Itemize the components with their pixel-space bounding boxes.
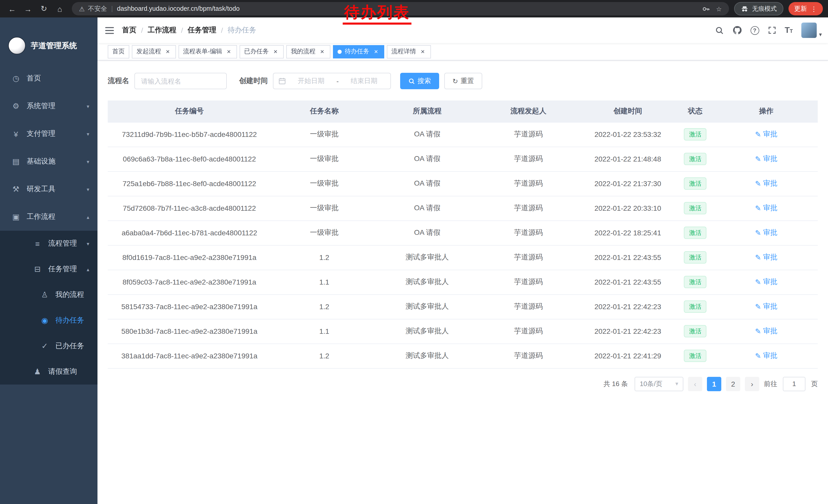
sidebar-fold-icon[interactable] [105,26,115,35]
chevron-down-icon: ▾ [675,380,678,387]
tab-label: 已办任务 [244,47,269,56]
approve-button[interactable]: ✎审批 [755,253,778,262]
home-icon[interactable]: ⌂ [53,2,67,16]
omnibox-divider: | [111,5,113,12]
cell-starter: 芋道源码 [477,319,580,343]
url-text: dashboard.yudao.iocoder.cn/bpm/task/todo [117,5,240,12]
browser-menu-icon[interactable]: ⋮ [811,5,817,12]
breadcrumb-task-management[interactable]: 任务管理 [188,26,216,35]
avatar[interactable] [801,22,817,38]
sidebar-item-dev-tools[interactable]: ⚒ 研发工具 ▾ [0,175,97,203]
cell-task-name: 1.1 [271,319,378,343]
not-secure-badge[interactable]: ⚠ 不安全 [79,4,107,13]
help-icon[interactable]: ? [750,26,759,35]
start-date-field[interactable]: 开始日期 [290,77,332,86]
approve-button[interactable]: ✎审批 [755,302,778,311]
sidebar-item-task-management[interactable]: ⊟ 任务管理 ▴ [0,256,97,282]
sidebar-item-my-process[interactable]: ♙ 我的流程 [0,282,97,308]
close-icon[interactable]: × [419,48,426,55]
cell-create-time: 2022-01-22 20:33:10 [580,196,676,221]
goto-page-input[interactable] [783,377,805,391]
page-1-button[interactable]: 1 [707,377,721,391]
chevron-down-icon: ▾ [87,131,89,137]
tab-done-tasks[interactable]: 已办任务 × [240,45,284,58]
tab-todo-tasks[interactable]: 待办任务 × [333,45,384,58]
list-icon: ≡ [33,239,42,248]
browser-update-button[interactable]: 更新 ⋮ [788,2,823,15]
col-task-name: 任务名称 [271,100,378,122]
process-name-input[interactable] [134,73,227,89]
end-date-field[interactable]: 结束日期 [343,77,385,86]
cell-task-name: 1.2 [271,343,378,368]
page-size-value: 10条/页 [640,379,662,388]
col-status: 状态 [676,100,715,122]
password-key-icon[interactable] [702,5,710,12]
breadcrumb-separator: / [221,26,223,34]
cell-status: 激活 [676,147,715,171]
goto-label: 前往 [764,379,777,388]
search-button[interactable]: 搜索 [400,73,439,89]
status-badge: 激活 [684,251,706,264]
sidebar-item-infrastructure[interactable]: ▤ 基础设施 ▾ [0,148,97,175]
sidebar-item-home[interactable]: ◷ 首页 [0,64,97,92]
approve-button[interactable]: ✎审批 [755,179,778,188]
date-range-picker[interactable]: 开始日期 - 结束日期 [273,73,391,89]
approve-button[interactable]: ✎审批 [755,277,778,287]
approve-button[interactable]: ✎审批 [755,154,778,164]
page-2-button[interactable]: 2 [726,377,740,391]
cell-actions: ✎审批 [715,245,818,270]
breadcrumb-home[interactable]: 首页 [122,26,136,35]
sidebar-item-done-tasks[interactable]: ✓ 已办任务 [0,333,97,359]
sidebar-item-label: 首页 [27,74,41,83]
tab-form-edit[interactable]: 流程表单-编辑 × [178,45,237,58]
approve-button[interactable]: ✎审批 [755,228,778,237]
cell-process: OA 请假 [378,221,477,245]
status-badge: 激活 [684,153,706,165]
tags-view: 首页 发起流程 × 流程表单-编辑 × 已办任务 × 我的流程 × [97,43,828,60]
close-icon[interactable]: × [272,48,279,55]
sidebar-item-leave-query[interactable]: ♟ 请假查询 [0,359,97,384]
fullscreen-icon[interactable] [768,26,776,34]
font-size-icon[interactable]: TT [785,26,793,35]
breadcrumb-workflow[interactable]: 工作流程 [148,26,176,35]
next-page-button[interactable]: › [745,377,759,391]
cell-actions: ✎审批 [715,343,818,368]
search-icon[interactable] [715,26,723,35]
approve-button[interactable]: ✎审批 [755,351,778,360]
forward-icon[interactable]: → [21,2,35,16]
sidebar-item-label: 请假查询 [48,367,77,376]
tab-start-process[interactable]: 发起流程 × [132,45,176,58]
sidebar-item-todo-tasks[interactable]: ◉ 待办任务 [0,308,97,333]
sidebar-item-workflow[interactable]: ▣ 工作流程 ▴ [0,203,97,231]
bookmark-star-icon[interactable]: ☆ [716,5,722,12]
range-separator: - [336,77,339,85]
tab-my-process[interactable]: 我的流程 × [286,45,330,58]
reload-icon[interactable]: ↻ [37,2,51,16]
approve-button[interactable]: ✎审批 [755,203,778,213]
cell-actions: ✎审批 [715,171,818,196]
tab-home[interactable]: 首页 [108,45,129,58]
cell-create-time: 2022-01-21 22:42:23 [580,319,676,343]
cell-task-name: 1.2 [271,294,378,319]
prev-page-button[interactable]: ‹ [688,377,702,391]
page-size-select[interactable]: 10条/页 ▾ [634,377,683,391]
close-icon[interactable]: × [372,48,380,55]
tab-process-detail[interactable]: 流程详情 × [387,45,431,58]
approve-button[interactable]: ✎审批 [755,130,778,139]
cell-process: OA 请假 [378,171,477,196]
close-icon[interactable]: × [164,48,171,55]
sidebar-item-payment-management[interactable]: ¥ 支付管理 ▾ [0,120,97,148]
close-icon[interactable]: × [225,48,233,55]
github-icon[interactable] [732,26,742,35]
edit-icon: ✎ [755,155,761,163]
close-icon[interactable]: × [319,48,326,55]
reset-button[interactable]: ↻ 重置 [444,73,482,89]
approve-button[interactable]: ✎审批 [755,327,778,336]
page-content: 流程名 创建时间 开始日期 - 结束日期 [97,60,828,504]
avatar-caret-icon[interactable]: ▾ [819,31,822,38]
cell-status: 激活 [676,343,715,368]
sidebar-item-system-management[interactable]: ⚙ 系统管理 ▾ [0,92,97,120]
sidebar-item-process-management[interactable]: ≡ 流程管理 ▾ [0,231,97,256]
cell-create-time: 2022-01-21 22:42:23 [580,294,676,319]
back-icon[interactable]: ← [5,2,19,16]
